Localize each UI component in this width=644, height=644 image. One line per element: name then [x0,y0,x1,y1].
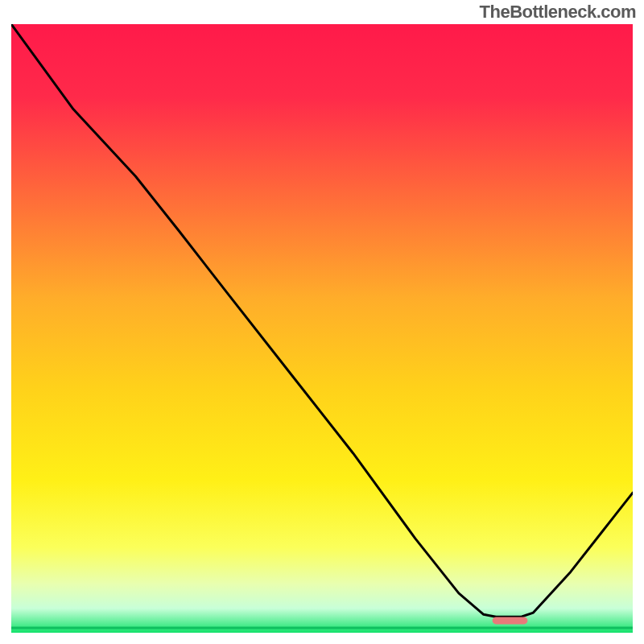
watermark-text: TheBottleneck.com [480,2,636,23]
chart-svg [11,24,633,633]
chart-plot-area [11,24,633,633]
gradient-background [11,24,633,633]
